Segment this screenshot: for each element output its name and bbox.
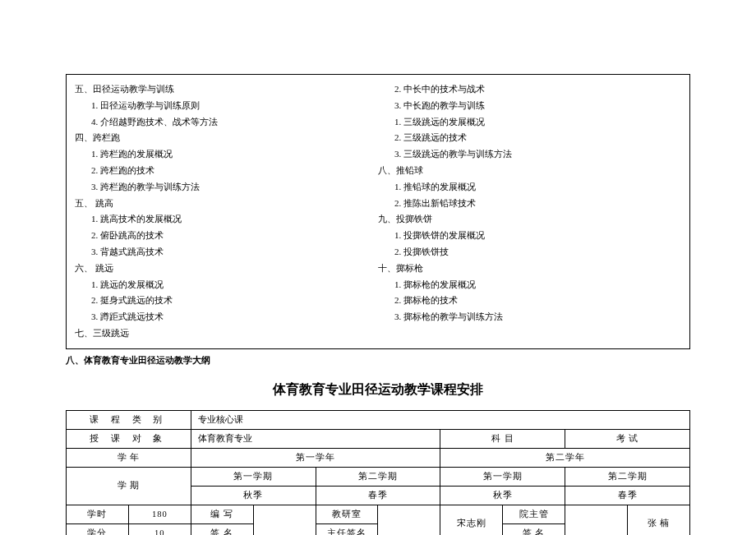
table-row: 学 期 第一学期 第二学期 第一学期 第二学期 — [67, 467, 690, 486]
outline-item: 1. 三级跳远的发展概况 — [394, 114, 681, 131]
outline-item: 1. 田径运动教学与训练原则 — [91, 98, 378, 114]
outline-item: 八、推铅球 — [378, 163, 681, 179]
outline-item: 3. 中长跑的教学与训练 — [394, 98, 681, 114]
cell-year2: 第二学年 — [440, 448, 690, 467]
cell-office-blank — [378, 505, 440, 535]
outline-item: 四、跨栏跑 — [75, 130, 378, 146]
outline-item: 1. 推铅球的发展概况 — [394, 179, 681, 196]
outline-item: 3. 蹲距式跳远技术 — [91, 309, 378, 325]
cell-office-label: 教研室 — [316, 505, 378, 523]
table-row: 课 程 类 别 专业核心课 — [67, 410, 690, 429]
cell-dean-label: 院主管 — [503, 505, 565, 523]
cell-subject-label: 科 目 — [440, 429, 565, 448]
outline-item: 十、掷标枪 — [378, 261, 681, 277]
schedule-table: 课 程 类 别 专业核心课 授 课 对 象 体育教育专业 科 目 考 试 学 年… — [66, 410, 690, 535]
cell-year1: 第一学年 — [191, 448, 440, 467]
outline-item: 4. 介绍越野跑技术、战术等方法 — [91, 114, 378, 131]
cell-director-sign-label: 主任签名 — [316, 523, 378, 535]
outline-item: 3. 掷标枪的教学与训练方法 — [394, 309, 681, 325]
cell-hours-value: 180 — [128, 505, 191, 523]
cell-year-label: 学 年 — [67, 448, 191, 467]
outline-item: 2. 三级跳远的技术 — [394, 130, 681, 146]
cell-sign-label1: 签 名 — [191, 523, 253, 535]
cell-author-blank — [253, 505, 316, 535]
outline-item: 五、 跳高 — [75, 196, 378, 212]
outline-item: 3. 背越式跳高技术 — [91, 244, 378, 261]
cell-author-label: 编 写 — [191, 505, 253, 523]
outline-item: 2. 挺身式跳远的技术 — [91, 293, 378, 309]
outline-item: 1. 跳高技术的发展概况 — [91, 211, 378, 228]
cell-season3: 秋季 — [440, 486, 565, 505]
cell-audience-label: 授 课 对 象 — [67, 429, 191, 448]
cell-director-name: 宋志刚 — [440, 505, 503, 535]
outline-item: 2. 推陈出新铅球技术 — [394, 196, 681, 212]
outline-right-column: 2. 中长中的技术与战术 3. 中长跑的教学与训练 1. 三级跳远的发展概况 2… — [378, 81, 681, 342]
cell-audience-value: 体育教育专业 — [191, 429, 440, 448]
outline-item: 2. 俯卧跳高的技术 — [91, 228, 378, 244]
page-title: 体育教育专业田径运动教学课程安排 — [66, 381, 690, 399]
outline-item: 2. 跨栏跑的技术 — [91, 163, 378, 179]
outline-box: 五、田径运动教学与训练 1. 田径运动教学与训练原则 4. 介绍越野跑技术、战术… — [66, 74, 690, 349]
outline-item: 九、投掷铁饼 — [378, 211, 681, 228]
section-label: 八、体育教育专业田径运动教学大纲 — [66, 354, 690, 367]
cell-dean-name: 张 楠 — [628, 505, 690, 535]
cell-subject-value: 考 试 — [565, 429, 690, 448]
cell-sem3: 第一学期 — [440, 467, 565, 486]
outline-item: 2. 掷标枪的技术 — [394, 293, 681, 309]
outline-item: 2. 中长中的技术与战术 — [394, 81, 681, 98]
cell-hours-label: 学时 — [67, 505, 129, 523]
cell-sign-label2: 签 名 — [503, 523, 565, 535]
outline-item: 七、三级跳远 — [75, 325, 378, 342]
cell-sem1: 第一学期 — [191, 467, 316, 486]
cell-credit-value: 10 — [128, 523, 191, 535]
outline-item: 2. 投掷铁饼技 — [394, 244, 681, 261]
cell-season1: 秋季 — [191, 486, 316, 505]
outline-item: 3. 跨栏跑的教学与训练方法 — [91, 179, 378, 196]
outline-item: 1. 跨栏跑的发展概况 — [91, 146, 378, 163]
outline-item: 1. 投掷铁饼的发展概况 — [394, 228, 681, 244]
table-row: 学 年 第一学年 第二学年 — [67, 448, 690, 467]
table-row: 授 课 对 象 体育教育专业 科 目 考 试 — [67, 429, 690, 448]
cell-credit-label: 学分 — [67, 523, 129, 535]
outline-left-column: 五、田径运动教学与训练 1. 田径运动教学与训练原则 4. 介绍越野跑技术、战术… — [75, 81, 378, 342]
cell-season2: 春季 — [316, 486, 440, 505]
cell-sem2: 第二学期 — [316, 467, 440, 486]
outline-item: 五、田径运动教学与训练 — [75, 81, 378, 98]
cell-season4: 春季 — [565, 486, 690, 505]
outline-item: 1. 跳远的发展概况 — [91, 277, 378, 293]
cell-semester-label: 学 期 — [67, 467, 191, 505]
outline-item: 3. 三级跳远的教学与训练方法 — [394, 146, 681, 163]
table-row: 学时 180 编 写 教研室 宋志刚 院主管 张 楠 — [67, 505, 690, 523]
outline-item: 六、 跳远 — [75, 261, 378, 277]
cell-course-type-value: 专业核心课 — [191, 410, 689, 429]
cell-dean-blank — [565, 505, 628, 535]
cell-sem4: 第二学期 — [565, 467, 690, 486]
outline-item: 1. 掷标枪的发展概况 — [394, 277, 681, 293]
cell-course-type-label: 课 程 类 别 — [67, 410, 191, 429]
